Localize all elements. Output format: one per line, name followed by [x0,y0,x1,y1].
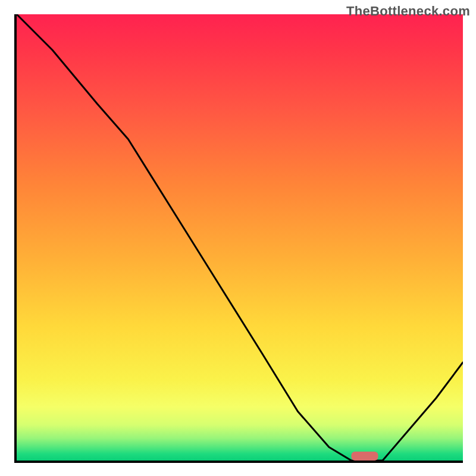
curve-svg [17,14,463,461]
optimum-marker [352,452,378,461]
bottleneck-chart: TheBottleneck.com [0,0,476,476]
plot-area [14,14,463,463]
bottleneck-curve-path [17,14,463,461]
watermark-text: TheBottleneck.com [346,4,470,19]
